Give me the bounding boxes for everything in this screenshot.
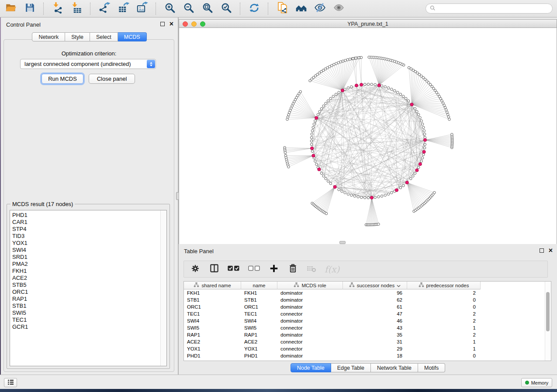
tab-motifs[interactable]: Motifs (418, 363, 445, 372)
table-mode-button[interactable] (190, 264, 201, 275)
mcds-result-item[interactable]: SWI4 (10, 247, 166, 254)
mcds-result-item[interactable]: ACE2 (10, 275, 166, 282)
tab-select[interactable]: Select (90, 32, 118, 41)
close-panel-button[interactable]: Close panel (89, 74, 135, 84)
column-visibility-button[interactable] (208, 264, 220, 275)
show-all-button[interactable] (331, 2, 346, 16)
export-table-button[interactable] (116, 2, 131, 16)
table-row[interactable]: PHD1PHD1dominator180 (184, 352, 481, 359)
mcds-result-item[interactable]: TEC1 (10, 316, 166, 323)
mcds-result-item[interactable]: STB5 (10, 282, 166, 289)
import-network-button[interactable] (50, 2, 65, 16)
column-header-shared-name[interactable]: shared name (184, 282, 241, 289)
control-panel-window-buttons: × (160, 21, 173, 26)
table-row[interactable]: SWI5SWI5connector431 (184, 324, 481, 331)
table-row[interactable]: FKH1FKH1dominator962 (184, 289, 481, 296)
zoom-fit-button[interactable] (200, 2, 215, 16)
optimization-criterion-select[interactable]: largest connected component (undirected) (20, 59, 156, 69)
import-table-button[interactable] (69, 2, 84, 16)
mcds-result-item[interactable]: TID3 (10, 233, 166, 240)
select-all-rows-button[interactable] (227, 264, 240, 275)
network-window-title: YPA_prune.txt_1 (179, 21, 557, 27)
column-header-successor-nodes[interactable]: successor nodes (343, 282, 407, 289)
cell-value: 31 (397, 339, 402, 344)
zoom-in-button[interactable] (163, 2, 177, 16)
optimization-criterion-label: Optimization criterion: (4, 50, 174, 57)
float-panel-icon[interactable] (160, 22, 165, 26)
column-header-predecessor-nodes[interactable]: predecessor nodes (407, 282, 481, 289)
table-row[interactable]: TEC1TEC1connector472 (184, 310, 481, 317)
mcds-result-item[interactable]: PHD1 (10, 212, 166, 219)
tab-label: Select (96, 34, 111, 40)
table-row[interactable]: RAP1RAP1dominator352 (184, 331, 481, 338)
mcds-result-item[interactable]: PMA2 (10, 261, 166, 268)
cell-value: connector (280, 339, 303, 344)
mcds-result-item[interactable]: STP4 (10, 226, 166, 233)
run-mcds-button[interactable]: Run MCDS (42, 74, 83, 84)
first-neighbors-button[interactable] (294, 2, 308, 16)
refresh-view-button[interactable] (247, 2, 262, 16)
tab-network[interactable]: Network (32, 32, 65, 41)
memory-button[interactable]: Memory (521, 378, 552, 387)
deselect-all-rows-icon (248, 265, 261, 274)
cell-value: 47 (397, 311, 402, 316)
mcds-result-item[interactable]: SRD1 (10, 254, 166, 261)
mcds-result-item[interactable]: FKH1 (10, 268, 166, 275)
network-canvas[interactable] (179, 28, 557, 244)
deselect-all-rows-button[interactable] (248, 264, 261, 275)
table-cell: dominator (277, 331, 343, 338)
network-graph[interactable] (179, 28, 557, 244)
mcds-result-item[interactable]: RAP1 (10, 296, 166, 303)
column-header-label: successor nodes (357, 283, 394, 288)
table-cell: 43 (343, 324, 407, 331)
zoom-out-button[interactable] (181, 2, 196, 16)
table-row[interactable]: STB1STB1dominator620 (184, 296, 481, 303)
tab-node-table[interactable]: Node Table (291, 363, 331, 372)
mcds-result-item[interactable]: ORC1 (10, 289, 166, 296)
table-row[interactable]: SWI4SWI4dominator462 (184, 317, 481, 324)
column-header-mcds-role[interactable]: MCDS role (277, 282, 343, 289)
network-window-titlebar[interactable]: YPA_prune.txt_1 (179, 19, 557, 28)
table-row[interactable]: ACE2ACE2connector311 (184, 338, 481, 345)
hide-selected-button[interactable] (312, 2, 327, 16)
minimize-window-icon[interactable] (191, 21, 197, 27)
delete-column-button[interactable] (287, 264, 298, 275)
column-header-name[interactable]: name (241, 282, 277, 289)
float-panel-icon[interactable] (540, 248, 544, 253)
search-input[interactable] (438, 4, 548, 13)
tab-mcds[interactable]: MCDS (118, 32, 147, 41)
table-cell: 2 (407, 331, 481, 338)
tab-network-table[interactable]: Network Table (371, 363, 418, 372)
table-scrollbar[interactable] (545, 282, 551, 361)
open-file-button[interactable] (3, 2, 18, 16)
mcds-result-item[interactable]: GCR1 (10, 323, 166, 330)
export-network-button[interactable] (97, 2, 112, 16)
close-panel-icon[interactable]: × (170, 21, 173, 26)
tab-style[interactable]: Style (65, 32, 90, 41)
show-panels-button[interactable] (4, 378, 17, 387)
mcds-result-item[interactable]: STB1 (10, 303, 166, 309)
export-image-button[interactable] (135, 2, 149, 16)
table-scrollbar-thumb[interactable] (546, 292, 550, 331)
table-cell: FKH1 (241, 289, 277, 296)
table-row[interactable]: ORC1ORC1dominator610 (184, 303, 481, 310)
mcds-result-item[interactable]: YOX1 (10, 240, 166, 247)
import-network-icon (52, 2, 64, 15)
mcds-result-item[interactable]: CAR1 (10, 219, 166, 226)
table-row[interactable]: YOX1YOX1connector291 (184, 345, 481, 352)
save-session-button[interactable] (22, 2, 37, 16)
mcds-result-scrollbar[interactable] (160, 210, 166, 366)
maximize-window-icon[interactable] (200, 21, 205, 27)
close-window-icon[interactable] (183, 21, 188, 27)
tab-edge-table[interactable]: Edge Table (331, 363, 371, 372)
create-column-button[interactable] (268, 264, 280, 275)
close-panel-icon[interactable]: × (549, 248, 553, 253)
table-cell: dominator (277, 296, 343, 303)
mcds-result-item[interactable]: SWI5 (10, 309, 166, 316)
control-panel-title: Control Panel (6, 21, 41, 28)
network-from-selection-button[interactable] (275, 2, 290, 16)
zoom-selected-button[interactable] (219, 2, 234, 16)
search-box[interactable] (426, 3, 553, 14)
toolbar-separator (156, 3, 156, 15)
horizontal-splitter-handle[interactable] (339, 241, 346, 244)
